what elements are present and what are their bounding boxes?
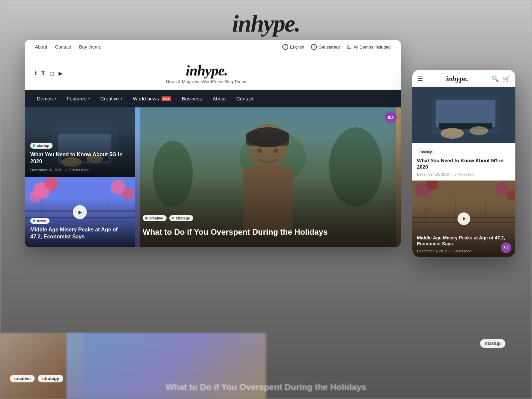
svg-point-25 — [246, 127, 289, 147]
buy-theme-link[interactable]: Buy theme — [79, 44, 101, 50]
phone-search-icon[interactable]: 🔍 — [491, 75, 499, 82]
nav-creative[interactable]: Creative ▾ — [95, 90, 128, 107]
svg-point-12 — [122, 188, 134, 200]
svg-point-39 — [495, 182, 509, 196]
svg-rect-32 — [436, 100, 495, 127]
phone-card-1[interactable]: startup What You Need to Know About 5G i… — [412, 87, 515, 180]
phone-card-1-title: What You Need to Know About 5G in 2020 — [417, 157, 511, 170]
get-started-link[interactable]: ? Get started — [311, 44, 340, 50]
main-card-tags: creative strategy — [143, 215, 393, 224]
svg-point-21 — [329, 127, 382, 207]
main-card-tag-strategy: strategy — [169, 215, 194, 221]
phone-score-badge: 8.2 — [501, 242, 511, 253]
article-card-2[interactable]: news Middle Age Misery Peaks at Age of 4… — [25, 177, 135, 247]
top-bar-left: About Contact Buy theme — [35, 44, 101, 50]
phone-play-button[interactable] — [458, 212, 470, 225]
phone-logo: inhype. — [446, 74, 468, 83]
nav-world-news[interactable]: World news HOT — [128, 90, 177, 107]
svg-point-10 — [29, 191, 41, 203]
bottom-scene: creative strategy What to Do if You Over… — [0, 332, 532, 399]
facebook-icon[interactable]: f — [35, 70, 37, 76]
phone-card-1-meta: December 10, 2019 ◦ 5 Mins read — [417, 172, 511, 176]
svg-point-9 — [45, 177, 58, 191]
main-card-overlay: creative strategy What to Do if You Over… — [135, 208, 401, 247]
main-card-score: 8.2 — [385, 111, 397, 123]
card-2-tag: news — [30, 218, 50, 224]
svg-point-23 — [248, 124, 288, 171]
svg-point-34 — [441, 128, 464, 139]
phone-card-2-overlay: Middle Age Misery Peaks at Age of 47.2, … — [412, 231, 515, 257]
nav-demos[interactable]: Demos ▾ — [32, 90, 62, 107]
main-card-title: What to Do if You Overspent During the H… — [143, 227, 393, 237]
top-bar-right: ? English ? Get started 🗂 All Demos Incl… — [282, 44, 391, 50]
nav-about[interactable]: About — [207, 90, 231, 107]
all-demos-link[interactable]: 🗂 All Demos Included — [346, 44, 391, 50]
card-1-meta: December 10, 2019 ◦ 5 Mins read — [30, 167, 129, 173]
main-card-tag-creative: creative — [143, 215, 167, 221]
svg-point-35 — [469, 126, 488, 135]
site-header: f 𝕋 ◻ ▶ inhype. News & Magazine WordPres… — [25, 54, 401, 90]
social-icons: f 𝕋 ◻ ▶ — [35, 70, 63, 76]
svg-rect-26 — [246, 132, 289, 146]
question-icon-2: ? — [311, 44, 317, 50]
question-icon: ? — [282, 44, 288, 50]
nav-features[interactable]: Features ▾ — [62, 90, 95, 107]
instagram-icon[interactable]: ◻ — [50, 70, 54, 76]
bottom-tag-row: creative strategy — [10, 375, 63, 382]
card-1-title: What You Need to Know About 5G in 2020 — [30, 151, 129, 165]
bottom-tag-strategy: strategy — [38, 375, 63, 382]
svg-point-28 — [273, 148, 279, 153]
nav-contact[interactable]: Contact — [231, 90, 259, 107]
article-card-main[interactable]: 8.2 creative strategy What to Do if You … — [135, 107, 401, 247]
bottom-startup-tag: startup — [480, 339, 505, 348]
site-tagline: News & Magazine WordPress Blog Theme — [63, 79, 351, 84]
phone-card-2-title: Middle Age Misery Peaks at Age of 47.2, … — [417, 235, 511, 247]
about-link[interactable]: About — [35, 44, 47, 50]
browser-window: About Contact Buy theme ? English ? Get … — [25, 40, 401, 247]
bottom-tag-creative: creative — [10, 375, 35, 382]
svg-point-11 — [111, 180, 125, 195]
articles-grid: startup What You Need to Know About 5G i… — [25, 107, 401, 247]
orange-dot — [172, 217, 174, 219]
phone-menu-icon[interactable]: ☰ — [418, 75, 423, 82]
card-2-play-button[interactable] — [73, 205, 87, 219]
phone-card-1-image — [412, 87, 515, 143]
site-logo: inhype. News & Magazine WordPress Blog T… — [63, 62, 351, 84]
chevron-down-icon-2: ▾ — [88, 97, 90, 100]
site-logo-text: inhype. — [63, 62, 351, 79]
svg-point-8 — [33, 182, 50, 199]
english-selector[interactable]: ? English — [282, 44, 304, 50]
twitter-icon[interactable]: 𝕋 — [41, 70, 45, 76]
phone-cart-icon[interactable]: 🛒 — [503, 75, 510, 82]
green-dot — [33, 144, 35, 147]
youtube-icon[interactable]: ▶ — [59, 70, 63, 76]
article-card-1[interactable]: startup What You Need to Know About 5G i… — [25, 107, 135, 177]
blue-dot — [33, 219, 35, 222]
svg-point-27 — [257, 148, 262, 153]
chevron-down-icon: ▾ — [55, 97, 56, 100]
card-1-overlay: startup What You Need to Know About 5G i… — [25, 138, 135, 177]
contact-link[interactable]: Contact — [55, 44, 71, 50]
phone-card-2-image: Middle Age Misery Peaks at Age of 47.2, … — [412, 181, 515, 257]
bottom-article-title: What to Do if You Overspent During the H… — [166, 382, 366, 392]
bg-site-title: inhype. — [232, 10, 300, 38]
main-nav: Demos ▾ Features ▾ Creative ▾ World news… — [25, 90, 401, 107]
chevron-down-icon-3: ▾ — [121, 97, 122, 100]
phone-action-icons: 🔍 🛒 — [491, 75, 510, 82]
folder-icon: 🗂 — [346, 44, 352, 50]
hot-badge: HOT — [162, 96, 171, 101]
svg-point-40 — [507, 190, 515, 201]
phone-card-1-tag: startup — [417, 149, 436, 155]
svg-point-38 — [426, 181, 438, 190]
phone-top-bar: ☰ inhype. 🔍 🛒 — [412, 70, 515, 87]
card-2-title: Middle Age Misery Peaks at Age of 47.2, … — [30, 226, 129, 240]
svg-point-20 — [153, 141, 193, 207]
phone-card-2[interactable]: Middle Age Misery Peaks at Age of 47.2, … — [412, 181, 515, 257]
top-bar: About Contact Buy theme ? English ? Get … — [25, 40, 401, 54]
svg-point-37 — [415, 183, 430, 198]
nav-business[interactable]: Business — [177, 90, 207, 107]
svg-point-22 — [239, 131, 306, 184]
phone-card-1-content: startup What You Need to Know About 5G i… — [412, 143, 515, 180]
card-1-tag: startup — [30, 143, 53, 149]
phone-card-2-meta: December 3, 2019 ◦ 5 Mins read — [417, 249, 511, 253]
